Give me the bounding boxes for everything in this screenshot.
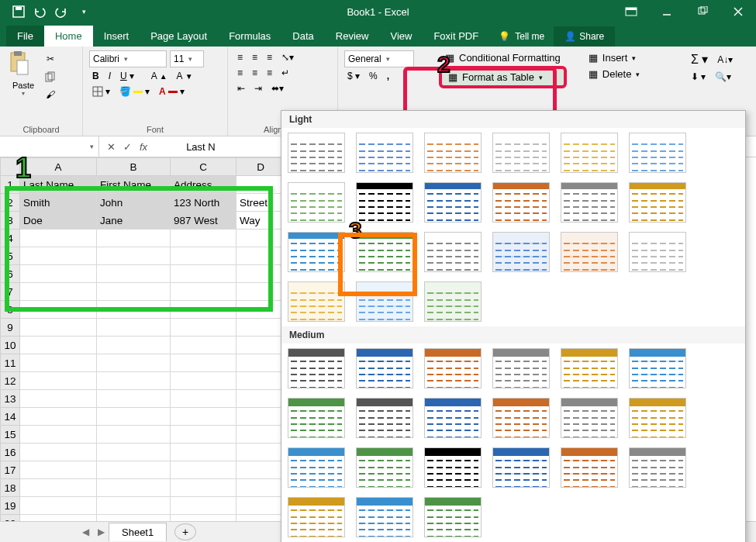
decrease-indent-icon[interactable]: ⇤: [234, 81, 248, 95]
tab-insert[interactable]: Insert: [93, 26, 140, 47]
cell[interactable]: [20, 265, 97, 283]
cell[interactable]: [97, 497, 171, 515]
table-style-swatch[interactable]: [561, 232, 618, 272]
table-style-swatch[interactable]: [288, 133, 345, 173]
italic-button[interactable]: I: [105, 69, 114, 83]
cell[interactable]: [97, 301, 171, 319]
autosum-icon[interactable]: Σ ▾: [688, 50, 711, 68]
cell[interactable]: [20, 354, 97, 372]
share-button[interactable]: 👤 Share: [554, 26, 615, 47]
table-style-swatch[interactable]: [424, 182, 482, 223]
table-style-swatch[interactable]: [288, 182, 345, 223]
cell[interactable]: [171, 337, 236, 354]
cell[interactable]: [171, 354, 236, 372]
paste-button[interactable]: Paste ▾: [6, 50, 40, 104]
table-style-swatch[interactable]: [356, 232, 413, 272]
table-style-swatch[interactable]: [492, 348, 550, 388]
cell[interactable]: Way: [236, 212, 285, 230]
maximize-icon[interactable]: [685, 0, 720, 23]
cell[interactable]: Address: [171, 176, 236, 194]
tab-review[interactable]: Review: [325, 26, 380, 47]
cell[interactable]: [20, 247, 97, 265]
tab-formulas[interactable]: Formulas: [218, 26, 281, 47]
cell[interactable]: [97, 337, 171, 354]
table-style-swatch[interactable]: [561, 348, 618, 388]
column-header[interactable]: D: [236, 158, 285, 176]
cell[interactable]: [20, 497, 97, 515]
table-style-swatch[interactable]: [288, 398, 345, 438]
tab-file[interactable]: File: [6, 26, 44, 47]
table-style-swatch[interactable]: [629, 182, 686, 223]
table-style-swatch[interactable]: [629, 133, 686, 173]
table-style-swatch[interactable]: [356, 281, 413, 322]
table-style-swatch[interactable]: [288, 232, 345, 272]
table-style-swatch[interactable]: [288, 348, 345, 388]
tab-data[interactable]: Data: [281, 26, 324, 47]
align-bottom-icon[interactable]: ≡: [264, 50, 275, 64]
cell[interactable]: [20, 479, 97, 497]
cell[interactable]: [171, 247, 236, 265]
comma-style-icon[interactable]: ,: [384, 69, 392, 83]
cell[interactable]: [171, 372, 236, 390]
row-header[interactable]: 2: [1, 194, 20, 212]
insert-function-icon[interactable]: fx: [140, 141, 147, 153]
table-style-swatch[interactable]: [629, 232, 686, 272]
row-header[interactable]: 12: [1, 372, 20, 390]
table-style-swatch[interactable]: [288, 447, 345, 488]
column-header[interactable]: A: [20, 158, 97, 176]
cell[interactable]: [236, 426, 285, 444]
delete-cells-button[interactable]: ▦ Delete ▾: [582, 66, 647, 82]
tab-view[interactable]: View: [379, 26, 423, 47]
enter-formula-icon[interactable]: ✓: [123, 141, 132, 153]
cell[interactable]: [171, 479, 236, 497]
cell[interactable]: [97, 230, 171, 247]
cell[interactable]: Doe: [20, 212, 97, 230]
row-header[interactable]: 19: [1, 497, 20, 515]
cell[interactable]: [236, 247, 285, 265]
cell[interactable]: [236, 265, 285, 283]
cell[interactable]: [20, 444, 97, 461]
cell[interactable]: John: [97, 194, 171, 212]
new-sheet-icon[interactable]: +: [174, 523, 196, 540]
cell[interactable]: [97, 247, 171, 265]
increase-font-icon[interactable]: A▲: [148, 69, 171, 83]
table-style-swatch[interactable]: [561, 133, 618, 173]
table-style-swatch[interactable]: [492, 232, 550, 272]
row-header[interactable]: 15: [1, 426, 20, 444]
cell[interactable]: [236, 479, 285, 497]
table-style-swatch[interactable]: [561, 182, 618, 223]
cell[interactable]: Jane: [97, 212, 171, 230]
row-header[interactable]: 13: [1, 390, 20, 408]
cell[interactable]: 987 West: [171, 212, 236, 230]
row-header[interactable]: 3: [1, 212, 20, 230]
row-header[interactable]: 8: [1, 301, 20, 319]
tab-home[interactable]: Home: [44, 26, 93, 47]
cell[interactable]: [97, 426, 171, 444]
table-style-swatch[interactable]: [356, 447, 413, 488]
format-painter-icon[interactable]: 🖌: [41, 86, 60, 103]
table-style-swatch[interactable]: [356, 182, 413, 223]
row-header[interactable]: 18: [1, 479, 20, 497]
cell[interactable]: Smith: [20, 194, 97, 212]
table-style-swatch[interactable]: [629, 447, 686, 488]
font-size-combo[interactable]: 11▾: [170, 50, 204, 67]
accounting-format-icon[interactable]: $ ▾: [344, 69, 363, 83]
cell[interactable]: [171, 283, 236, 301]
row-header[interactable]: 7: [1, 283, 20, 301]
table-style-swatch[interactable]: [356, 133, 413, 173]
cell[interactable]: [97, 354, 171, 372]
table-style-swatch[interactable]: [288, 281, 345, 322]
minimize-icon[interactable]: [649, 0, 685, 23]
cell[interactable]: [20, 337, 97, 354]
cell[interactable]: [236, 319, 285, 337]
qat-customize-icon[interactable]: ▾: [73, 0, 95, 23]
cell[interactable]: [236, 461, 285, 479]
tab-scroll-left-icon[interactable]: ◀: [78, 526, 93, 537]
format-as-table-button[interactable]: ▦ Format as Table ▾: [439, 66, 567, 88]
orientation-icon[interactable]: ⤡▾: [278, 50, 297, 64]
cell[interactable]: Last Name: [20, 176, 97, 194]
cell[interactable]: [97, 265, 171, 283]
font-color-button[interactable]: A▾: [156, 85, 188, 98]
table-style-swatch[interactable]: [561, 447, 618, 488]
underline-button[interactable]: U▾: [117, 69, 137, 83]
